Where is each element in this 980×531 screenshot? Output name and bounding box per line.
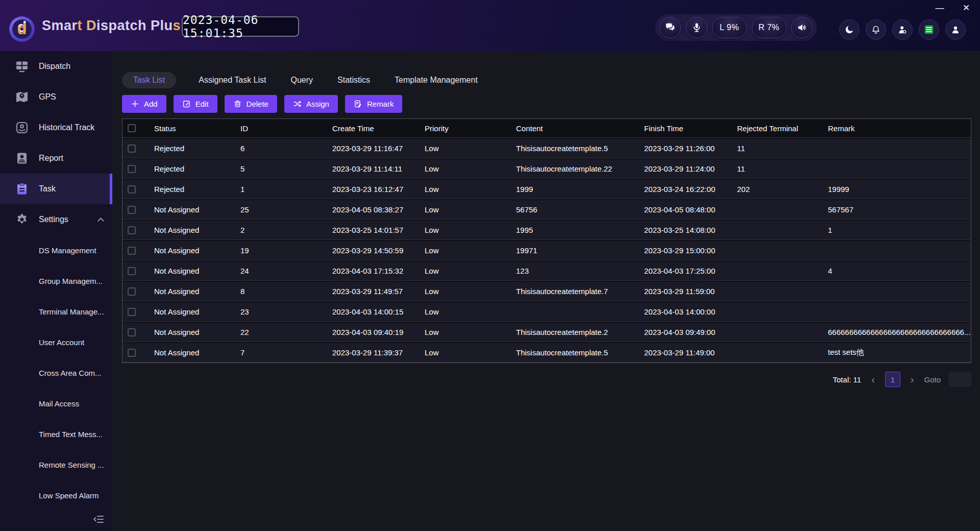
dark-mode-button[interactable] [839, 19, 860, 40]
tab-query[interactable]: Query [288, 76, 315, 85]
task-icon [15, 182, 29, 196]
window-controls: — ✕ [934, 3, 972, 13]
microphone-button[interactable] [686, 17, 707, 38]
delete-button[interactable]: Delete [225, 95, 277, 113]
app-logo: d d [9, 16, 35, 42]
add-button[interactable]: Add [122, 95, 166, 113]
cell-remark: 567567 [823, 205, 971, 214]
cell-finish-time: 2023-03-29 11:26:00 [639, 144, 732, 153]
sidebar-subitem-cross-area[interactable]: Cross Area Com... [0, 357, 112, 388]
user-settings-button[interactable] [892, 19, 913, 40]
cell-content: 1999 [511, 185, 639, 194]
sidebar-item-settings[interactable]: Settings [0, 204, 112, 235]
cell-rejected-terminal: 202 [732, 185, 823, 194]
table-row[interactable]: Not Assigned 19 2023-03-29 14:50:59 Low … [122, 241, 971, 260]
sidebar-subitem-timed-text[interactable]: Timed Text Mess... [0, 419, 112, 449]
sidebar-item-gps[interactable]: GPS [0, 82, 112, 112]
table-row[interactable]: Not Assigned 8 2023-03-29 11:49:57 Low T… [122, 282, 971, 301]
cell-id: 2 [235, 226, 327, 234]
sidebar-subitem-ds-management[interactable]: DS Management [0, 235, 112, 266]
collapse-sidebar-icon [93, 515, 104, 524]
row-checkbox[interactable] [128, 165, 136, 173]
sidebar-subitem-terminal-management[interactable]: Terminal Manage... [0, 296, 112, 327]
sidebar-item-label: Settings [39, 215, 68, 224]
minimize-button[interactable]: — [934, 3, 945, 13]
row-checkbox[interactable] [128, 267, 136, 275]
cell-create-time: 2023-04-03 09:40:19 [327, 328, 420, 336]
sidebar-item-historical-track[interactable]: Historical Track [0, 112, 112, 143]
notifications-button[interactable] [866, 19, 886, 40]
table-row[interactable]: Rejected 6 2023-03-29 11:16:47 Low Thisi… [122, 139, 971, 158]
cell-id: 22 [235, 328, 327, 336]
row-checkbox[interactable] [128, 308, 136, 316]
cell-create-time: 2023-03-29 11:39:37 [327, 348, 420, 357]
cell-remark: 66666666666666666666666666666666... [823, 328, 971, 336]
current-page-button[interactable]: 1 [885, 372, 900, 387]
table-row[interactable]: Rejected 5 2023-03-29 11:14:11 Low Thisi… [122, 159, 971, 179]
left-volume-button[interactable]: L 9% [712, 17, 747, 38]
remark-button[interactable]: Remark [345, 95, 403, 113]
row-checkbox[interactable] [128, 328, 136, 336]
sidebar-item-task[interactable]: Task [0, 174, 112, 204]
sidebar-subitem-user-account[interactable]: User Account [0, 327, 112, 357]
log-list-button[interactable] [919, 19, 939, 40]
table-row[interactable]: Not Assigned 7 2023-03-29 11:39:37 Low T… [122, 343, 971, 363]
profile-button[interactable] [945, 19, 966, 40]
prev-page-button[interactable]: ‹ [869, 374, 877, 384]
cell-create-time: 2023-03-29 11:16:47 [327, 144, 420, 153]
cell-status: Not Assigned [149, 226, 235, 234]
next-page-button[interactable]: › [909, 374, 916, 384]
cell-id: 7 [235, 348, 327, 357]
sidebar-subitem-low-speed-alarm[interactable]: Low Speed Alarm [0, 480, 112, 511]
cell-content: Thisisautocreatetemplate.7 [511, 287, 639, 296]
speaker-button[interactable] [791, 17, 813, 38]
cell-status: Not Assigned [149, 307, 235, 316]
cell-priority: Low [420, 307, 511, 316]
assign-button[interactable]: Assign [284, 95, 338, 113]
cell-remark: 1 [823, 226, 971, 234]
delete-button-label: Delete [247, 100, 268, 108]
table-row[interactable]: Not Assigned 2 2023-03-25 14:01:57 Low 1… [122, 221, 971, 240]
sidebar-collapse-button[interactable] [93, 515, 105, 526]
cell-id: 25 [235, 205, 327, 214]
table-row[interactable]: Not Assigned 25 2023-04-05 08:38:27 Low … [122, 200, 971, 220]
settings-gear-icon [15, 213, 29, 226]
table-row[interactable]: Not Assigned 24 2023-04-03 17:15:32 Low … [122, 261, 971, 281]
row-checkbox[interactable] [128, 226, 136, 234]
row-checkbox[interactable] [128, 206, 136, 214]
sidebar-subitem-group-management[interactable]: Group Managem... [0, 266, 112, 296]
cell-id: 24 [235, 267, 327, 275]
row-checkbox[interactable] [128, 287, 136, 296]
tab-assigned-task-list[interactable]: Assigned Task List [197, 76, 268, 85]
row-checkbox[interactable] [128, 185, 136, 194]
sidebar-subitem-remote-sensing[interactable]: Remote Sensing ... [0, 449, 112, 480]
cell-id: 1 [235, 185, 327, 194]
close-button[interactable]: ✕ [961, 3, 972, 13]
cell-status: Not Assigned [149, 246, 235, 255]
cell-status: Not Assigned [149, 328, 235, 336]
cell-status: Not Assigned [149, 267, 235, 275]
right-volume-button[interactable]: R 7% [752, 17, 787, 38]
app-title: Smart Dispatch Plus [42, 18, 181, 34]
sidebar-item-dispatch[interactable]: Dispatch [0, 51, 112, 82]
cell-status: Not Assigned [149, 287, 235, 296]
table-row[interactable]: Not Assigned 23 2023-04-03 14:00:15 Low … [122, 302, 971, 322]
goto-page-input[interactable] [949, 372, 971, 387]
sidebar-subitem-mail-access[interactable]: Mail Access [0, 388, 112, 419]
row-checkbox[interactable] [128, 349, 136, 357]
table-row[interactable]: Rejected 1 2023-03-23 16:12:47 Low 1999 … [122, 180, 971, 199]
table-row[interactable]: Not Assigned 22 2023-04-03 09:40:19 Low … [122, 323, 971, 342]
sidebar-item-report[interactable]: Report [0, 143, 112, 174]
tab-statistics[interactable]: Statistics [335, 76, 372, 85]
chat-button[interactable] [659, 17, 681, 38]
row-checkbox[interactable] [128, 247, 136, 255]
select-all-checkbox[interactable] [128, 124, 136, 132]
tab-task-list[interactable]: Task List [122, 72, 176, 88]
user-settings-icon [897, 25, 908, 35]
edit-button[interactable]: Edit [174, 95, 217, 113]
moon-icon [844, 25, 854, 35]
cell-finish-time: 2023-04-05 08:48:00 [639, 205, 732, 214]
cell-finish-time: 2023-03-25 14:08:00 [639, 226, 732, 234]
tab-template-management[interactable]: Template Management [393, 76, 480, 85]
row-checkbox[interactable] [128, 144, 136, 153]
